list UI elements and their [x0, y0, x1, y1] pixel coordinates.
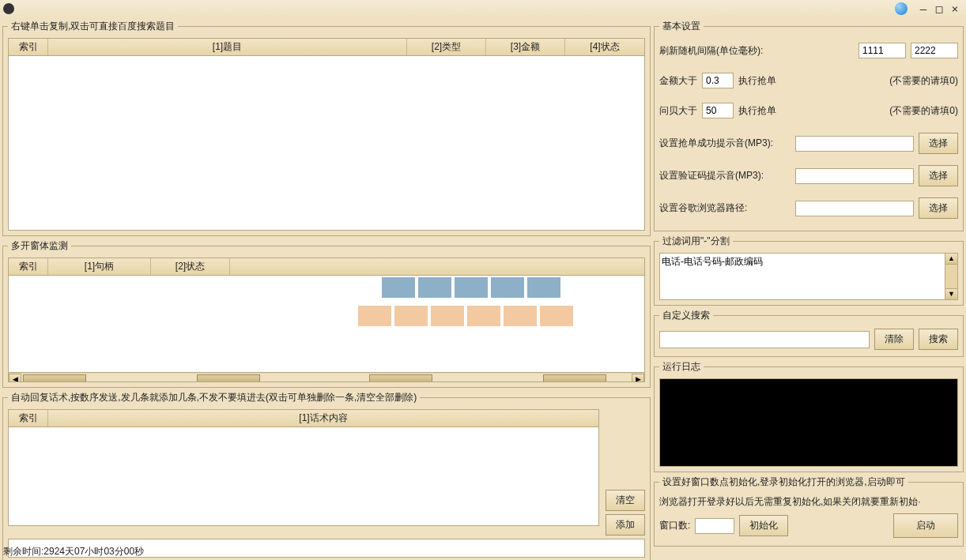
horizontal-scrollbar[interactable]: ◀ ▶ [9, 372, 644, 382]
search-input[interactable] [659, 331, 870, 348]
questions-list[interactable]: 索引 [1]题目 [2]类型 [3]金额 [4]状态 [8, 38, 645, 231]
reply-legend: 自动回复话术,按数序发送,发几条就添加几条,不发不要填进去(双击可单独删除一条,… [8, 391, 420, 404]
col-status[interactable]: [2]状态 [151, 258, 230, 275]
scroll-thumb[interactable] [23, 374, 86, 383]
titlebar: — □ × [0, 0, 966, 17]
amount-input[interactable] [702, 73, 734, 88]
scroll-left-icon[interactable]: ◀ [9, 374, 21, 383]
basic-legend: 基本设置 [659, 20, 704, 33]
select-sound-success-button[interactable]: 选择 [919, 133, 958, 154]
minimize-button[interactable]: — [915, 2, 931, 15]
select-chrome-button[interactable]: 选择 [919, 197, 958, 219]
reply-list[interactable]: 索引 [1]话术内容 [8, 409, 599, 526]
vertical-scrollbar[interactable]: ▲ ▼ [945, 253, 958, 300]
reply-panel: 自动回复话术,按数序发送,发几条就添加几条,不发不要填进去(双击可单独删除一条,… [2, 391, 651, 560]
filter-panel: 过滤词用"-"分割 电话-电话号码-邮政编码 ▲ ▼ [654, 235, 964, 306]
init-button[interactable]: 初始化 [739, 515, 788, 536]
log-panel: 运行日志 [654, 360, 964, 472]
col-type[interactable]: [2]类型 [407, 39, 486, 55]
scroll-thumb[interactable] [369, 374, 432, 383]
chrome-path-input[interactable] [795, 201, 914, 216]
col-index[interactable]: 索引 [9, 39, 48, 55]
clear-reply-button[interactable]: 清空 [606, 490, 645, 511]
col-handle[interactable]: [1]句柄 [48, 258, 151, 275]
sound-captcha-input[interactable] [795, 168, 914, 184]
sound-captcha-label: 设置验证码提示音(MP3): [659, 169, 764, 182]
windows-legend: 多开窗体监测 [8, 239, 71, 253]
refresh-max-input[interactable] [911, 43, 958, 58]
clear-search-button[interactable]: 清除 [874, 329, 914, 350]
log-output [659, 378, 958, 467]
search-panel: 自定义搜索 清除 搜索 [654, 309, 964, 357]
refresh-label: 刷新随机间隔(单位毫秒): [659, 44, 763, 58]
chrome-path-label: 设置谷歌浏览器路径: [659, 201, 747, 215]
windows-panel: 多开窗体监测 索引 [1]句柄 [2]状态 ◀ [2, 239, 651, 388]
scroll-up-icon[interactable]: ▲ [945, 254, 957, 265]
filter-textarea[interactable]: 电话-电话号码-邮政编码 [659, 253, 945, 300]
add-reply-button[interactable]: 添加 [606, 514, 645, 536]
col-title[interactable]: [1]题目 [48, 39, 407, 55]
basic-settings-panel: 基本设置 刷新随机间隔(单位毫秒): 金额大于 执行抢单 (不需要的请填0) 问… [654, 20, 964, 231]
scroll-right-icon[interactable]: ▶ [632, 374, 644, 383]
refresh-min-input[interactable] [858, 43, 906, 58]
scroll-thumb[interactable] [543, 374, 606, 383]
exec-label: 执行抢单 [738, 104, 776, 118]
scroll-thumb[interactable] [197, 374, 260, 383]
window-count-label: 窗口数: [659, 519, 690, 532]
questions-panel: 右键单击复制,双击可直接百度搜索题目 索引 [1]题目 [2]类型 [3]金额 … [2, 20, 651, 236]
window-count-input[interactable] [695, 518, 734, 534]
col-index[interactable]: 索引 [9, 410, 48, 427]
exec-label: 执行抢单 [738, 74, 776, 88]
maximize-button[interactable]: □ [931, 2, 947, 15]
close-button[interactable]: × [947, 2, 963, 15]
col-index[interactable]: 索引 [9, 258, 48, 275]
questions-legend: 右键单击复制,双击可直接百度搜索题目 [8, 20, 178, 33]
status-orb-icon [895, 2, 908, 15]
col-content[interactable]: [1]话术内容 [48, 410, 598, 427]
scroll-down-icon[interactable]: ▼ [945, 288, 957, 299]
sound-success-label: 设置抢单成功提示音(MP3): [659, 137, 773, 150]
ask-label: 问贝大于 [659, 104, 697, 118]
sound-success-input[interactable] [795, 136, 914, 152]
col-amount[interactable]: [3]金额 [486, 39, 565, 55]
hint-zero: (不需要的请填0) [889, 104, 958, 118]
search-button[interactable]: 搜索 [919, 329, 958, 350]
redacted-block-icon [380, 276, 586, 299]
app-icon [3, 3, 14, 14]
windows-list[interactable]: 索引 [1]句柄 [2]状态 ◀ [8, 257, 645, 382]
search-legend: 自定义搜索 [659, 309, 713, 322]
log-legend: 运行日志 [659, 360, 704, 374]
select-sound-captcha-button[interactable]: 选择 [919, 165, 958, 186]
init-note: 浏览器打开登录好以后无需重复初始化,如果关闭就要重新初始· [659, 495, 958, 509]
ask-input[interactable] [702, 103, 734, 118]
start-button[interactable]: 启动 [893, 513, 958, 538]
status-bar: 剩余时间:2924天07小时03分00秒 [3, 545, 144, 558]
redacted-block-icon [357, 304, 609, 328]
init-legend: 设置好窗口数点初始化,登录初始化打开的浏览器,启动即可 [659, 475, 908, 489]
hint-zero: (不需要的请填0) [889, 74, 958, 88]
col-status[interactable]: [4]状态 [565, 39, 644, 55]
amount-label: 金额大于 [659, 74, 697, 88]
filter-legend: 过滤词用"-"分割 [659, 235, 733, 248]
init-panel: 设置好窗口数点初始化,登录初始化打开的浏览器,启动即可 浏览器打开登录好以后无需… [654, 475, 964, 547]
